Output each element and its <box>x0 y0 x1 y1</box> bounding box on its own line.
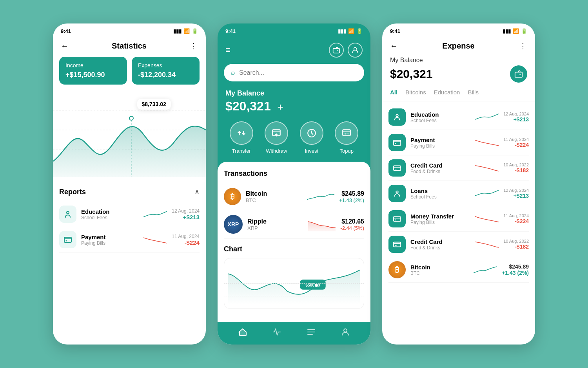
transactions-section: Transactions ₿ Bitcoin BTC $245.89 +1.43… <box>218 162 370 345</box>
expense-item-creditcard2[interactable]: Credit Card Food & Drinks 10 Aug, 2022 -… <box>388 232 529 257</box>
expense-item-payment[interactable]: Payment Paying Bills 11 Aug, 2024 -$224 <box>388 130 529 155</box>
expense-sub: School Fees <box>410 118 470 123</box>
transfer-label: Transfer <box>232 148 251 154</box>
tab-bitcoins[interactable]: Bitcoins <box>405 89 426 96</box>
expense-item-creditcard[interactable]: Credit Card Food & Drinks 10 Aug, 2022 -… <box>388 155 529 181</box>
report-amount: +$213 <box>172 214 200 220</box>
report-amount: -$224 <box>172 239 200 246</box>
nav-transactions-button[interactable] <box>307 327 316 339</box>
back-button[interactable]: ← <box>390 41 398 51</box>
more-menu-button[interactable]: ⋮ <box>190 41 198 51</box>
topup-button[interactable]: Topup <box>335 121 358 154</box>
expense-icon <box>388 108 406 126</box>
tx-change: +1.43 (2%) <box>339 197 364 203</box>
report-name: Payment <box>81 234 139 240</box>
tab-all[interactable]: All <box>390 89 397 96</box>
search-bar[interactable]: ⌕ <box>224 64 364 81</box>
expense-icon <box>388 210 406 227</box>
profile-button[interactable] <box>348 43 363 58</box>
report-icon-payment <box>59 231 76 248</box>
expense-right: 10 Aug, 2022 -$182 <box>503 162 529 173</box>
expense-right: 11 Aug, 2024 -$224 <box>503 213 529 224</box>
status-icons-right: ▮▮▮ 📶 🔋 <box>503 28 527 34</box>
expense-date: 11 Aug, 2024 <box>503 213 529 218</box>
svg-rect-26 <box>394 217 401 222</box>
expense-sub: School Fees <box>410 194 470 200</box>
transfer-icon <box>393 215 401 223</box>
expense-icon <box>388 185 406 202</box>
expense-sub: BTC <box>410 271 469 276</box>
tab-education[interactable]: Education <box>434 89 460 96</box>
invest-label: Invest <box>305 148 318 154</box>
expense-item-education[interactable]: Education School Fees 12 Aug, 2024 +$213 <box>388 105 529 130</box>
mini-chart-payment <box>143 234 167 245</box>
svg-point-27 <box>395 219 396 220</box>
mid-header: ≡ <box>218 37 370 64</box>
report-sub: Paying Bills <box>81 240 139 246</box>
dashboard-phone: 9:41 ▮▮▮ 📶 🔋 ≡ <box>218 23 370 345</box>
expense-sub: Food & Drinks <box>410 245 470 251</box>
signal-icon: ▮▮▮ <box>338 28 346 34</box>
expense-item-bitcoin[interactable]: ₿ Bitcoin BTC $245.89 +1.43 (2%) <box>388 257 529 283</box>
education-icon <box>63 209 73 219</box>
chart-container: $500.00 <box>224 258 364 309</box>
svg-point-17 <box>315 283 318 287</box>
nav-profile-button[interactable] <box>341 327 350 339</box>
wallet-icon-button[interactable] <box>510 65 527 83</box>
bottom-nav <box>218 322 370 345</box>
expenses-card: Expenses -$12,200.34 <box>132 57 200 85</box>
creditcard-icon <box>393 164 401 172</box>
tab-bills[interactable]: Bills <box>468 89 479 96</box>
mini-chart <box>475 188 499 199</box>
tx-name: Bitcoin <box>246 190 302 197</box>
nav-home-button[interactable] <box>238 327 247 339</box>
expense-amount: $245.89 <box>502 263 529 270</box>
btc-coin-icon: ₿ <box>388 261 406 278</box>
status-icons-left: ▮▮▮ 📶 🔋 <box>173 28 198 34</box>
svg-rect-9 <box>333 49 340 53</box>
nav-activity-button[interactable] <box>272 327 281 339</box>
signal-icon: ▮▮▮ <box>503 28 511 34</box>
status-bar-right: 9:41 ▮▮▮ 📶 🔋 <box>382 23 535 37</box>
wallet-icon <box>514 70 523 78</box>
menu-button[interactable]: ≡ <box>225 45 230 55</box>
report-right-education: 12 Aug, 2024 +$213 <box>172 208 200 220</box>
transfer-button[interactable]: Transfer <box>230 121 253 154</box>
mini-chart <box>474 264 497 275</box>
wallet-button[interactable] <box>329 43 344 58</box>
xrp-mini-chart <box>308 218 336 231</box>
report-sub: School Fees <box>81 215 139 220</box>
report-name: Education <box>81 208 139 215</box>
statistics-phone: 9:41 ▮▮▮ 📶 🔋 ← Statistics ⋮ Income +$15,… <box>53 23 206 345</box>
invest-button[interactable]: Invest <box>300 121 323 154</box>
expense-name: Loans <box>410 188 470 194</box>
mini-chart <box>475 112 499 123</box>
search-input[interactable] <box>239 69 357 76</box>
chart-title: Chart <box>224 245 364 253</box>
balance-row: $20,321 <box>390 65 527 83</box>
more-menu-button[interactable]: ⋮ <box>519 41 527 51</box>
time-left: 9:41 <box>61 28 71 34</box>
expense-date: 12 Aug, 2024 <box>503 188 529 193</box>
transaction-item-xrp[interactable]: XRP Ripple XRP $120.65 <box>224 210 364 239</box>
expense-item-loans[interactable]: Loans School Fees 12 Aug, 2024 +$213 <box>388 181 529 206</box>
action-buttons: Transfer Withdraw <box>218 121 370 162</box>
transaction-item-btc[interactable]: ₿ Bitcoin BTC $245.89 +1.43 (2%) <box>224 183 364 210</box>
report-icon-education <box>59 206 76 223</box>
withdraw-icon <box>265 121 288 145</box>
expenses-value: -$12,200.34 <box>138 71 193 79</box>
chart-svg <box>53 91 206 177</box>
payment-icon <box>393 138 401 147</box>
grid-line <box>224 283 364 284</box>
collapse-button[interactable]: ∧ <box>194 188 200 196</box>
expense-item-moneytransfer[interactable]: Money Transfer Paying Bills 11 Aug, 2024… <box>388 206 529 232</box>
withdraw-button[interactable]: Withdraw <box>265 121 288 154</box>
education-icon <box>393 113 401 121</box>
page-title: Expense <box>442 41 474 51</box>
back-button[interactable]: ← <box>61 41 69 51</box>
expense-date: 10 Aug, 2022 <box>503 239 529 244</box>
svg-rect-14 <box>343 130 351 135</box>
add-balance-button[interactable]: + <box>278 101 283 113</box>
header-action-icons <box>329 43 363 58</box>
expense-amount: -$182 <box>503 244 529 250</box>
